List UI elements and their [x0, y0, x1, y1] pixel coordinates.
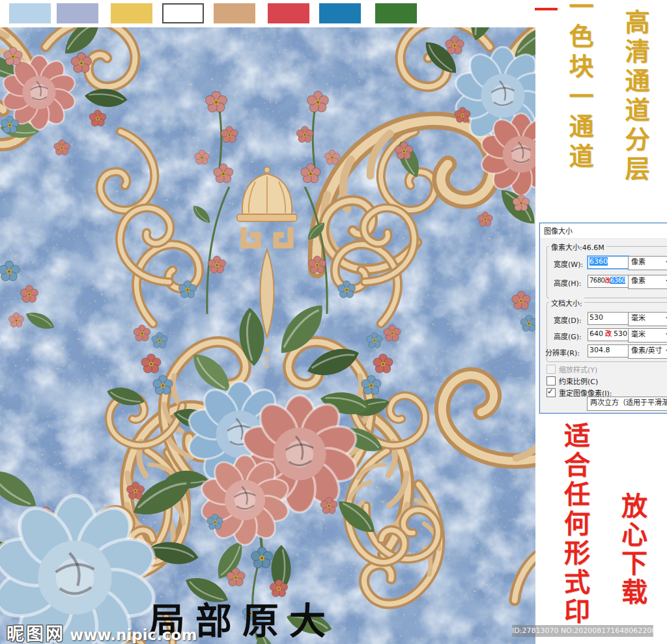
color-swatch-blue	[319, 3, 361, 23]
watermark-site-name: 昵图网	[7, 620, 65, 644]
resolution-input[interactable]: 304.8	[588, 344, 629, 357]
watermark-url: www.nipic.com	[70, 626, 197, 643]
promo-text-hd-channel-layers: 高清通道分层	[617, 9, 653, 185]
edit-mark: 改	[604, 277, 610, 284]
scale-styles-label: 缩放样式(Y)	[559, 364, 597, 374]
pixel-size-group	[546, 246, 667, 298]
stock-preview-page: 一色块一通道 高清通道分层 适合任何形式印 放心下载 图像大小 像素大小:46.…	[0, 0, 667, 644]
doc-width-label: 宽度(D):	[554, 315, 582, 325]
pixel-height-label: 高度(H):	[554, 277, 582, 288]
color-swatch-light-blue	[9, 3, 51, 23]
promo-text-one-channel-per-color: 一色块一通道	[561, 0, 597, 173]
constrain-proportions-checkbox-row: ✓ 约束比例(C)	[546, 376, 598, 386]
color-swatch-periwinkle	[57, 3, 98, 23]
scale-styles-checkbox[interactable]: ✓	[546, 365, 556, 374]
doc-height-label: 高度(G):	[554, 331, 582, 341]
color-swatch-green	[375, 3, 417, 23]
pixel-height-unit-select[interactable]: 像素	[628, 275, 667, 289]
color-swatch-tan	[214, 3, 255, 23]
check-icon: ✓	[547, 387, 554, 396]
scale-styles-checkbox-row: ✓ 缩放样式(Y)	[546, 364, 597, 374]
color-swatch-white	[162, 3, 204, 23]
resolution-unit-select[interactable]: 像素/英寸	[628, 344, 667, 359]
resample-method-select[interactable]: 两次立方（适用于平滑渐变	[587, 397, 667, 411]
doc-height-unit-select[interactable]: 毫米	[628, 328, 667, 343]
red-dash-mark	[535, 8, 558, 10]
constrain-proportions-label: 约束比例(C)	[559, 376, 598, 386]
color-swatch-red	[268, 3, 309, 23]
constrain-proportions-checkbox[interactable]: ✓	[546, 376, 556, 385]
pixel-height-input[interactable]: 7680改6360	[588, 275, 629, 288]
fabric-pattern-image	[0, 27, 535, 644]
pixel-width-input[interactable]: 6360	[588, 256, 629, 269]
image-id-bar: ID:27813070 NO:20200817164806220080	[512, 625, 653, 637]
doc-width-input[interactable]: 530	[588, 312, 629, 325]
doc-height-input[interactable]: 640改530	[588, 328, 629, 341]
document-size-group-label: 文档大小:	[549, 298, 584, 308]
watermark: 昵图网 www.nipic.com	[7, 620, 197, 644]
promo-text-print-any-form: 适合任何形式印	[556, 422, 594, 627]
promo-text-download-confidently: 放心下载	[614, 492, 651, 607]
dialog-title: 图像大小	[540, 223, 667, 239]
resample-image-checkbox[interactable]: ✓	[546, 388, 556, 397]
pixel-width-label: 宽度(W):	[554, 259, 583, 269]
resolution-label: 分辨率(R):	[545, 347, 580, 357]
pixel-size-group-label: 像素大小:46.6M	[549, 242, 606, 252]
doc-width-unit-select[interactable]: 毫米	[628, 312, 667, 326]
image-size-dialog: 图像大小 像素大小:46.6M 宽度(W): 6360 像素 高度(H): 76…	[539, 223, 667, 413]
edit-mark: 改	[605, 330, 612, 337]
pixel-width-unit-select[interactable]: 像素	[628, 256, 667, 270]
color-swatch-gold-yellow	[111, 3, 152, 23]
